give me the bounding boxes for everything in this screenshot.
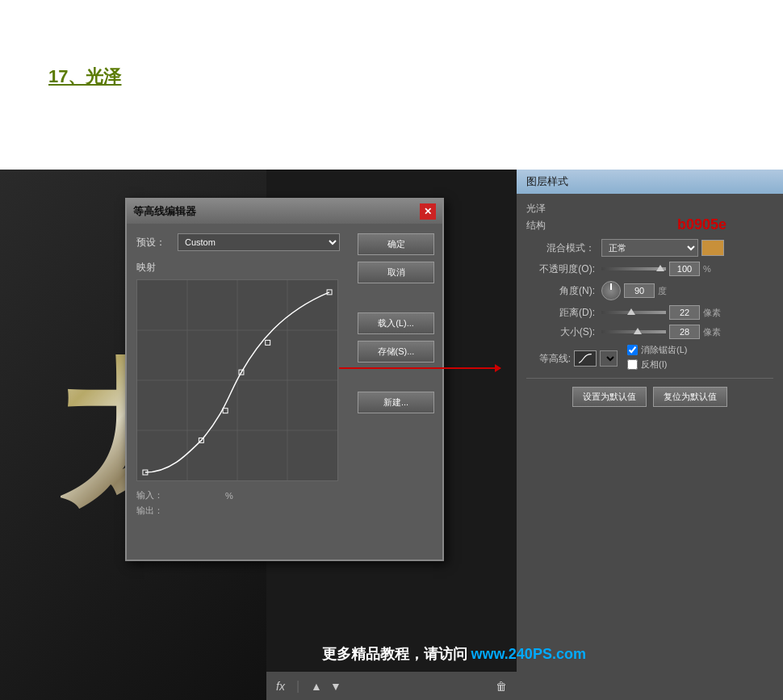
invert-label: 反相(I) xyxy=(641,358,667,371)
output-row: 输出： xyxy=(136,505,340,517)
invert-checkbox[interactable] xyxy=(627,359,638,370)
opacity-unit: % xyxy=(703,264,711,274)
input-value xyxy=(177,491,225,501)
cancel-button[interactable]: 取消 xyxy=(358,262,434,283)
save-button[interactable]: 存储(S)... xyxy=(358,341,434,363)
spacer xyxy=(358,290,434,306)
structure-title: 结构 xyxy=(526,219,773,233)
layer-style-title: 图层样式 xyxy=(526,175,568,187)
input-unit: % xyxy=(225,491,233,501)
blend-mode-select[interactable]: 正常 xyxy=(601,239,698,257)
svg-rect-11 xyxy=(327,290,332,295)
preset-row: 预设： Custom xyxy=(136,233,340,251)
distance-slider-thumb[interactable] xyxy=(627,308,635,315)
angle-unit: 度 xyxy=(658,285,667,297)
distance-row: 距离(D): 像素 xyxy=(526,305,773,320)
toolbar-sep1: | xyxy=(296,679,299,694)
spacer2 xyxy=(358,369,434,385)
size-input[interactable] xyxy=(669,325,700,339)
new-button[interactable]: 新建... xyxy=(358,392,434,413)
bottom-buttons: 设置为默认值 复位为默认值 xyxy=(526,387,773,407)
angle-dial[interactable] xyxy=(601,281,621,300)
preset-label: 预设： xyxy=(136,236,173,249)
top-section: 17、光泽 xyxy=(0,0,783,170)
color-swatch[interactable] xyxy=(701,240,724,256)
fx-icon[interactable]: fx xyxy=(276,680,285,693)
angle-row: 角度(N): 度 xyxy=(526,281,773,300)
set-default-button[interactable]: 设置为默认值 xyxy=(572,387,647,407)
anti-alias-checkbox-container: 消除锯齿(L) 反相(I) xyxy=(627,344,687,373)
page-title: 17、光泽 xyxy=(48,65,121,89)
move-up-icon[interactable]: ▲ xyxy=(311,680,322,693)
watermark-cn-text: 更多精品教程，请访问 xyxy=(322,646,467,662)
size-slider-container: 像素 xyxy=(601,325,721,339)
load-button[interactable]: 载入(L)... xyxy=(358,312,434,334)
blend-mode-row: 混合模式： 正常 xyxy=(526,239,773,257)
contour-label: 等高线: xyxy=(526,352,571,366)
ok-button[interactable]: 确定 xyxy=(358,233,434,255)
close-button[interactable]: ✕ xyxy=(420,203,436,220)
reset-default-button[interactable]: 复位为默认值 xyxy=(653,387,727,407)
opacity-label: 不透明度(O): xyxy=(526,262,595,276)
invert-row: 反相(I) xyxy=(627,358,687,371)
brand-label: b0905e xyxy=(677,216,726,233)
input-output-section: 输入： % 输出： xyxy=(136,489,340,517)
svg-rect-8 xyxy=(223,409,228,413)
delete-icon[interactable]: 🗑 xyxy=(496,680,507,693)
size-slider-thumb[interactable] xyxy=(634,328,642,334)
opacity-slider-thumb[interactable] xyxy=(656,265,664,271)
distance-label: 距离(D): xyxy=(526,306,595,320)
preset-select[interactable]: Custom xyxy=(178,233,340,251)
move-down-icon[interactable]: ▼ xyxy=(330,680,341,693)
output-value xyxy=(177,506,225,516)
angle-label: 角度(N): xyxy=(526,284,595,298)
input-label: 输入： xyxy=(136,489,177,501)
svg-rect-10 xyxy=(266,340,270,345)
size-unit: 像素 xyxy=(703,326,721,338)
contour-editor-dialog: 等高线编辑器 ✕ 预设： Custom 映射 xyxy=(125,198,444,561)
distance-input[interactable] xyxy=(669,305,700,320)
anti-alias-checkbox[interactable] xyxy=(627,345,638,355)
opacity-row: 不透明度(O): % xyxy=(526,262,773,276)
distance-slider-container: 像素 xyxy=(601,305,721,320)
size-row: 大小(S): 像素 xyxy=(526,325,773,339)
bottom-toolbar: fx | ▲ ▼ 🗑 xyxy=(266,672,517,700)
opacity-input[interactable] xyxy=(669,262,700,276)
opacity-slider-container: % xyxy=(601,262,711,276)
contour-dropdown[interactable]: ▼ xyxy=(600,350,618,367)
red-arrow-indicator xyxy=(339,367,500,369)
angle-container: 度 xyxy=(601,281,667,300)
contour-preview[interactable] xyxy=(574,350,597,367)
editor-body: 预设： Custom 映射 xyxy=(127,224,442,560)
curve-svg xyxy=(137,280,337,480)
anti-alias-row: 消除锯齿(L) xyxy=(627,344,687,356)
editor-titlebar: 等高线编辑器 ✕ xyxy=(127,199,442,224)
panel-divider xyxy=(526,378,773,379)
editor-left-panel: 预设： Custom 映射 xyxy=(127,224,350,560)
angle-input[interactable] xyxy=(624,283,655,298)
blend-mode-label: 混合模式： xyxy=(526,241,595,255)
size-label: 大小(S): xyxy=(526,325,595,339)
layer-style-header: 图层样式 xyxy=(517,170,783,194)
layer-style-panel: 图层样式 b0905e 光泽 结构 混合模式： 正常 不透明度(O): xyxy=(517,170,783,700)
output-label: 输出： xyxy=(136,505,177,517)
editor-title: 等高线编辑器 xyxy=(133,204,196,219)
bottom-area: 龙 图层样式 b0905e 光泽 结构 混合模式： 正常 不透明度(O): xyxy=(0,170,783,700)
editor-right-panel: 确定 取消 载入(L)... 存储(S)... 新建... xyxy=(350,224,442,560)
mapping-label: 映射 xyxy=(136,261,340,275)
gloss-title: 光泽 xyxy=(526,202,773,216)
anti-alias-label: 消除锯齿(L) xyxy=(641,344,687,356)
input-row: 输入： % xyxy=(136,489,340,501)
distance-unit: 像素 xyxy=(703,307,721,319)
contour-row: 等高线: ▼ 消除锯齿(L) 反相(I) xyxy=(526,344,773,373)
curve-graph[interactable] xyxy=(136,279,338,481)
